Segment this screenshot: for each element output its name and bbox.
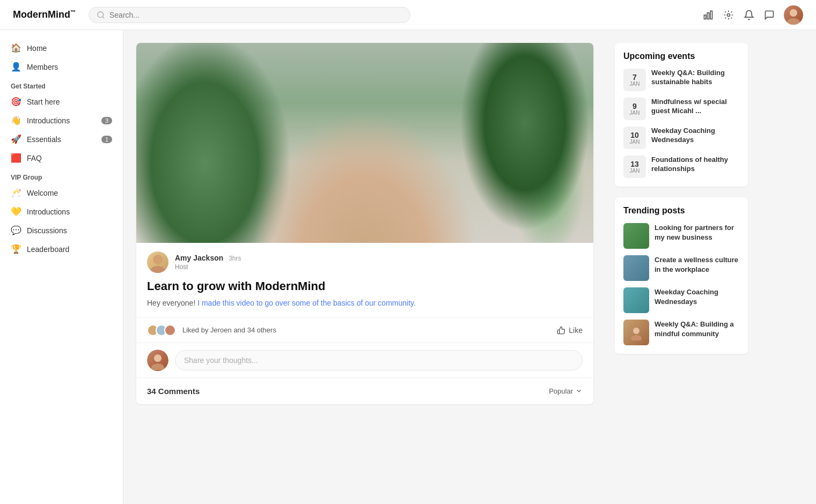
reaction-text: Liked by Jeroen and 34 others [182,326,276,334]
comments-header: 34 Comments Popular [136,377,593,404]
sidebar-label-faq: FAQ [27,154,42,162]
sidebar-item-leaderboard[interactable]: 🏆 Leaderboard [0,240,123,258]
rocket-icon: 🚀 [11,134,21,144]
svg-point-12 [631,335,642,340]
sidebar: 🏠 Home 👤 Members Get Started 🎯 Start her… [0,30,123,504]
svg-rect-3 [710,11,712,19]
upcoming-events-title: Upcoming events [623,51,739,61]
svg-point-11 [633,328,639,334]
svg-point-8 [150,266,165,273]
sort-button[interactable]: Popular [549,387,583,395]
trending-text-2: Weekday Coaching Wednesdays [655,287,739,307]
event-date-0: 7 JAN [623,69,646,91]
sidebar-label-home: Home [27,44,47,53]
author-avatar-img [147,251,168,273]
event-date-2: 10 JAN [623,127,646,149]
home-icon: 🏠 [11,43,21,53]
search-icon [97,11,105,19]
svg-point-10 [151,364,164,370]
post-card: Amy Jackson 3hrs Host Learn to grow with… [136,43,593,404]
event-date-3: 13 JAN [623,155,646,178]
trending-thumb-1 [623,255,649,281]
post-title: Learn to grow with ModernMind [147,279,583,293]
svg-point-5 [790,9,797,17]
stats-icon[interactable] [702,9,714,21]
event-day-3: 13 [630,160,639,168]
post-body: Learn to grow with ModernMind Hey everyo… [136,273,593,317]
sidebar-item-home[interactable]: 🏠 Home [0,39,123,57]
introductions-gs-badge: 3 [101,117,112,124]
author-name-time: Amy Jackson 3hrs [175,254,241,262]
vip-section-heading: VIP Group [0,167,123,183]
sidebar-item-welcome[interactable]: 🥂 Welcome [0,183,123,202]
app-logo: ModernMind™ [13,9,76,20]
sidebar-label-essentials: Essentials [27,135,61,144]
comments-count: 34 Comments [147,387,200,396]
like-label: Like [569,326,583,335]
like-icon [557,326,565,335]
post-body-link[interactable]: I made this video to go over some of the… [197,299,416,307]
trending-item-3[interactable]: Weekly Q&A: Building a mindful community [623,320,739,345]
post-time: 3hrs [229,255,241,262]
event-month-2: JAN [630,139,640,145]
sidebar-label-welcome: Welcome [27,189,58,197]
sidebar-item-start-here[interactable]: 🎯 Start here [0,92,123,111]
notifications-icon[interactable] [743,9,755,21]
trending-item-1[interactable]: Create a wellness culture in the workpla… [623,255,739,281]
sidebar-item-members[interactable]: 👤 Members [0,57,123,76]
members-icon: 👤 [11,62,21,72]
svg-rect-2 [707,12,709,19]
search-bar[interactable] [89,7,410,23]
event-name-0: Weekly Q&A: Building sustainable habits [651,69,739,87]
sidebar-label-introductions-vip: Introductions [27,207,70,216]
sidebar-item-introductions-vip[interactable]: 💛 Introductions [0,202,123,221]
sidebar-item-essentials[interactable]: 🚀 Essentials 1 [0,130,123,149]
author-info: Amy Jackson 3hrs Host [175,254,241,271]
right-sidebar: Upcoming events 7 JAN Weekly Q&A: Buildi… [606,30,756,504]
event-day-1: 9 [633,102,637,110]
trending-item-2[interactable]: Weekday Coaching Wednesdays [623,287,739,313]
event-name-1: Mindfulness w/ special guest Micahl ... [651,98,739,116]
wave-icon: 👋 [11,115,21,125]
main-layout: 🏠 Home 👤 Members Get Started 🎯 Start her… [0,30,816,504]
get-started-section-heading: Get Started [0,76,123,92]
like-button[interactable]: Like [557,326,583,335]
nav-right [702,5,803,25]
commenter-avatar [147,350,168,371]
event-month-3: JAN [630,168,640,174]
event-day-0: 7 [633,73,637,81]
author-role: Host [175,263,241,271]
chat-icon[interactable] [763,9,775,21]
event-day-2: 10 [630,131,639,139]
essentials-badge: 1 [101,136,112,143]
user-avatar[interactable] [784,5,803,25]
trending-posts-widget: Trending posts Looking for partners for … [615,197,748,354]
event-item-1[interactable]: 9 JAN Mindfulness w/ special guest Micah… [623,98,739,120]
sidebar-label-start-here: Start here [27,98,60,106]
trending-item-0[interactable]: Looking for partners for my new business [623,223,739,249]
event-item-3[interactable]: 13 JAN Foundations of healthy relationsh… [623,155,739,178]
comment-input[interactable]: Share your thoughts... [175,350,583,370]
event-info-0: Weekly Q&A: Building sustainable habits [651,69,739,87]
settings-icon[interactable] [723,9,734,21]
sidebar-label-leaderboard: Leaderboard [27,245,69,254]
event-item-0[interactable]: 7 JAN Weekly Q&A: Building sustainable h… [623,69,739,91]
svg-point-7 [153,255,163,264]
faq-icon: 🟥 [11,153,21,163]
event-month-0: JAN [630,81,640,87]
post-text: Hey everyone! I made this video to go ov… [147,298,583,309]
event-date-1: 9 JAN [623,98,646,120]
sidebar-item-faq[interactable]: 🟥 FAQ [0,149,123,167]
sidebar-item-discussions[interactable]: 💬 Discussions [0,221,123,240]
bubble-icon: 💬 [11,225,21,235]
post-meta: Amy Jackson 3hrs Host [136,243,593,273]
event-item-2[interactable]: 10 JAN Weekday Coaching Wednesdays [623,127,739,149]
trending-text-1: Create a wellness culture in the workpla… [655,255,739,275]
sidebar-item-introductions-gs[interactable]: 👋 Introductions 3 [0,111,123,130]
comment-box: Share your thoughts... [136,343,593,377]
author-avatar [147,251,168,273]
search-input[interactable] [109,11,402,19]
svg-rect-1 [704,15,706,19]
svg-point-0 [98,12,104,18]
video-thumbnail[interactable] [136,43,593,243]
